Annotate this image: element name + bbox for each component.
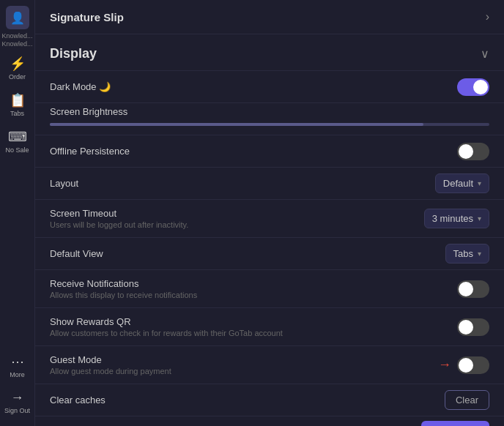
dark-mode-track[interactable] [457,78,489,96]
guest-mode-row: Guest Mode Allow guest mode during payme… [35,345,504,384]
sidebar-label-order: Order [9,73,26,81]
no-sale-icon: ⌨ [8,129,27,145]
guest-mode-sublabel: Allow guest mode during payment [50,367,171,375]
chevron-down-icon: ∨ [481,47,489,61]
deactivate-button[interactable]: Deactivate [421,421,489,426]
show-rewards-qr-label: Show Rewards QR [50,316,283,327]
clear-caches-row: Clear caches Clear [35,384,504,416]
offline-persistence-row: Offline Persistence [35,135,504,167]
dark-mode-row: Dark Mode 🌙 [35,70,504,102]
sidebar-item-no-sale[interactable]: ⌨ No Sale [0,123,34,160]
more-icon: ⋯ [11,354,24,370]
screen-timeout-label: Screen Timeout [50,208,188,219]
guest-mode-controls: → [438,356,489,374]
display-section-header[interactable]: Display ∨ [35,34,504,70]
signature-slip-title: Signature Slip [50,11,124,23]
default-view-value: Tabs [453,248,473,259]
screen-timeout-labels: Screen Timeout Users will be logged out … [50,208,188,229]
guest-mode-track[interactable] [457,356,489,374]
layout-value: Default [443,178,473,189]
sidebar-bottom: ⋯ More → Sign Out [1,348,33,426]
signature-slip-row[interactable]: Signature Slip › [35,0,504,34]
sidebar-item-order[interactable]: ⚡ Order [0,50,34,86]
default-view-arrow: ▾ [478,250,481,258]
screen-timeout-sublabel: Users will be logged out after inactivit… [50,220,188,229]
default-view-dropdown[interactable]: Tabs ▾ [445,244,489,264]
screen-brightness-row: Screen Brightness [35,102,504,135]
sign-out-icon: → [11,390,24,406]
show-rewards-qr-toggle[interactable] [457,318,489,336]
show-rewards-qr-sublabel: Allow customers to check in for rewards … [50,329,283,337]
show-rewards-qr-track[interactable] [457,318,489,336]
offline-persistence-track[interactable] [457,143,489,160]
red-arrow-icon: → [438,357,451,373]
sidebar-label-tabs: Tabs [10,110,24,117]
guest-mode-label: Guest Mode [50,354,171,365]
clear-button[interactable]: Clear [445,390,489,410]
layout-label: Layout [50,178,78,189]
brightness-slider-fill [50,123,423,126]
receive-notifications-labels: Receive Notifications Allows this displa… [50,278,197,299]
sidebar: 👤 Knowled...Knowled... ⚡ Order 📋 Tabs ⌨ … [0,0,35,426]
offline-persistence-label: Offline Persistence [50,146,130,157]
sidebar-user-text: Knowled...Knowled... [1,32,32,48]
receive-notifications-sublabel: Allows this display to receive notificat… [50,291,197,299]
default-view-row: Default View Tabs ▾ [35,237,504,269]
order-icon: ⚡ [10,56,26,72]
receive-notifications-label: Receive Notifications [50,278,197,289]
clear-caches-label: Clear caches [50,395,105,406]
sidebar-label-more: More [10,371,25,378]
layout-dropdown[interactable]: Default ▾ [435,173,489,193]
avatar: 👤 [6,6,29,29]
tabs-icon: 📋 [10,92,26,108]
dark-mode-toggle[interactable] [457,78,489,96]
screen-timeout-dropdown[interactable]: 3 minutes ▾ [424,209,489,228]
sidebar-label-sign-out: Sign Out [4,407,30,414]
brightness-slider-track[interactable] [50,123,489,126]
layout-dropdown-arrow: ▾ [478,179,481,187]
guest-mode-toggle[interactable] [457,356,489,374]
receive-notifications-track[interactable] [457,280,489,298]
offline-persistence-toggle[interactable] [457,143,489,160]
show-rewards-qr-inner: Show Rewards QR Allow customers to check… [50,316,489,337]
show-rewards-qr-labels: Show Rewards QR Allow customers to check… [50,316,283,337]
layout-row: Layout Default ▾ [35,167,504,199]
dark-mode-label: Dark Mode 🌙 [50,81,111,92]
sidebar-item-tabs[interactable]: 📋 Tabs [0,86,34,123]
screen-timeout-row: Screen Timeout Users will be logged out … [35,199,504,237]
sidebar-label-no-sale: No Sale [5,146,29,154]
receive-notifications-row: Receive Notifications Allows this displa… [35,269,504,307]
default-view-label: Default View [50,248,103,259]
display-section-title: Display [50,46,97,61]
guest-mode-labels: Guest Mode Allow guest mode during payme… [50,354,171,375]
guest-mode-inner: Guest Mode Allow guest mode during payme… [50,354,489,375]
receive-notifications-inner: Receive Notifications Allows this displa… [50,278,489,299]
main-content: Signature Slip › Display ∨ Dark Mode 🌙 S… [35,0,504,426]
screen-timeout-arrow: ▾ [478,214,481,223]
sidebar-item-more[interactable]: ⋯ More [1,348,33,384]
screen-timeout-inner: Screen Timeout Users will be logged out … [50,208,489,229]
receive-notifications-toggle[interactable] [457,280,489,298]
screen-brightness-label: Screen Brightness [50,106,489,117]
chevron-right-icon: › [486,10,489,23]
deactivate-pos-row: Deactivate POS Deactivate [35,416,504,426]
sidebar-item-sign-out[interactable]: → Sign Out [1,384,33,420]
screen-timeout-value: 3 minutes [432,213,473,224]
show-rewards-qr-row: Show Rewards QR Allow customers to check… [35,307,504,345]
